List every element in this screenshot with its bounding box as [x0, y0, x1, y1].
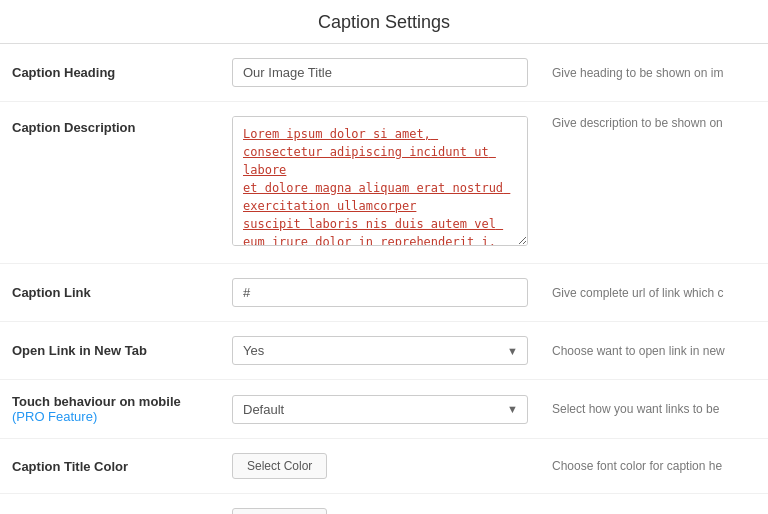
- input-cell-touch-behaviour: Default Option 1 Option 2 ▼: [220, 380, 540, 439]
- page-header: Caption Settings: [0, 0, 768, 44]
- label-caption-link: Caption Link: [0, 264, 220, 322]
- caption-desc-color-button[interactable]: Select Color: [232, 508, 327, 514]
- row-caption-title-color: Caption Title Color Select Color Choose …: [0, 439, 768, 494]
- help-touch-behaviour: Select how you want links to be: [540, 380, 768, 439]
- input-cell-open-link-new-tab: Yes No ▼: [220, 322, 540, 380]
- label-touch-behaviour: Touch behaviour on mobile (PRO Feature): [0, 380, 220, 439]
- row-touch-behaviour: Touch behaviour on mobile (PRO Feature) …: [0, 380, 768, 439]
- input-cell-caption-link: [220, 264, 540, 322]
- row-caption-desc-color: Caption Description Color Select Color C…: [0, 494, 768, 515]
- row-caption-heading: Caption Heading Give heading to be shown…: [0, 44, 768, 102]
- row-open-link-new-tab: Open Link in New Tab Yes No ▼ Choose wan…: [0, 322, 768, 380]
- input-cell-caption-description: <span class="underline">Lorem ipsum dolo…: [220, 102, 540, 264]
- help-caption-heading: Give heading to be shown on im: [540, 44, 768, 102]
- select-wrapper-open-link: Yes No ▼: [232, 336, 528, 365]
- settings-table: Caption Heading Give heading to be shown…: [0, 44, 768, 514]
- pro-feature-badge: (PRO Feature): [12, 409, 97, 424]
- label-open-link-new-tab: Open Link in New Tab: [0, 322, 220, 380]
- help-caption-description: Give description to be shown on: [540, 102, 768, 264]
- row-caption-description: Caption Description <span class="underli…: [0, 102, 768, 264]
- help-open-link-new-tab: Choose want to open link in new: [540, 322, 768, 380]
- row-caption-link: Caption Link Give complete url of link w…: [0, 264, 768, 322]
- label-caption-desc-color: Caption Description Color: [0, 494, 220, 515]
- caption-title-color-button[interactable]: Select Color: [232, 453, 327, 479]
- caption-heading-input[interactable]: [232, 58, 528, 87]
- caption-link-input[interactable]: [232, 278, 528, 307]
- help-caption-title-color: Choose font color for caption he: [540, 439, 768, 494]
- page-title: Caption Settings: [0, 12, 768, 33]
- caption-description-textarea[interactable]: <span class="underline">Lorem ipsum dolo…: [232, 116, 528, 246]
- label-caption-heading: Caption Heading: [0, 44, 220, 102]
- label-caption-description: Caption Description: [0, 102, 220, 264]
- help-caption-desc-color: Choose font color for caption de: [540, 494, 768, 515]
- input-cell-caption-desc-color: Select Color: [220, 494, 540, 515]
- input-cell-caption-title-color: Select Color: [220, 439, 540, 494]
- open-link-select[interactable]: Yes No: [232, 336, 528, 365]
- select-wrapper-touch: Default Option 1 Option 2 ▼: [232, 395, 528, 424]
- label-caption-title-color: Caption Title Color: [0, 439, 220, 494]
- input-cell-caption-heading: [220, 44, 540, 102]
- touch-behaviour-select[interactable]: Default Option 1 Option 2: [232, 395, 528, 424]
- help-caption-link: Give complete url of link which c: [540, 264, 768, 322]
